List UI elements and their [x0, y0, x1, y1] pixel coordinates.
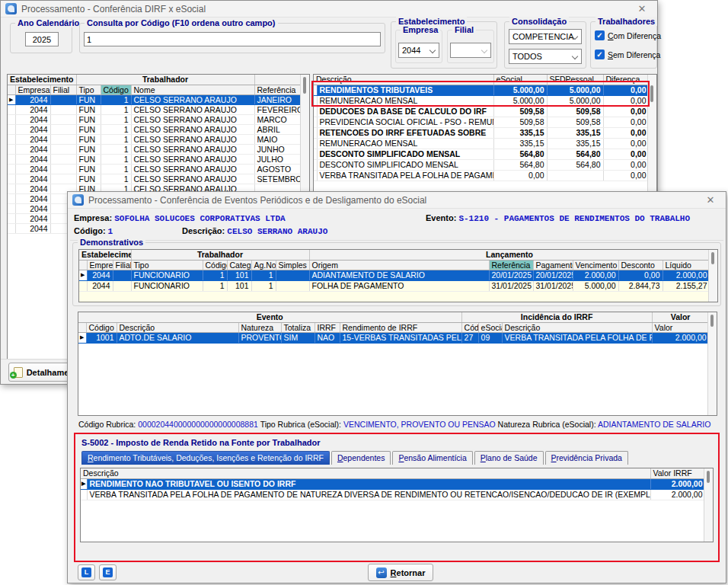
- cell: 2044: [15, 164, 50, 174]
- column-header[interactable]: Empresa: [87, 260, 113, 270]
- column-header[interactable]: Tipo: [76, 85, 101, 94]
- table-row[interactable]: 2044FUN1CELSO SERRANO ARAUJOMARCO: [8, 114, 302, 124]
- column-header[interactable]: eSocial: [478, 322, 502, 332]
- table-row[interactable]: 2044FUN1CELSO SERRANO ARAUJOJULHO: [8, 154, 302, 164]
- column-header[interactable]: IRRF: [315, 322, 340, 332]
- vertical-scrollbar[interactable]: [704, 468, 713, 542]
- column-header[interactable]: Tipo: [131, 260, 203, 270]
- table-row[interactable]: 2044FUNCIONARIO11011FOLHA DE PAGAMENTO31…: [79, 280, 710, 291]
- scrollbar-thumb[interactable]: [303, 77, 306, 94]
- cell: 509,58: [493, 106, 547, 117]
- column-header[interactable]: Líquido: [663, 260, 710, 270]
- column-header[interactable]: Simples: [276, 260, 309, 270]
- table-row[interactable]: ▶1001ADTO.DE SALARIOPROVENTOSIMNAO15-VER…: [78, 332, 709, 343]
- table-row[interactable]: VERBA TRANSITADA PELA FOLHA DE PAGAME0,0…: [314, 170, 649, 181]
- table-row[interactable]: ▶RENDIMENTO NAO TRIBUTAVEL OU ISENTO DO …: [81, 478, 705, 489]
- vertical-scrollbar[interactable]: [707, 312, 717, 415]
- column-header[interactable]: Categ.: [227, 260, 251, 270]
- table-row[interactable]: DEDUCOES DA BASE DE CALCULO DO IRF509,58…: [314, 106, 649, 117]
- column-header[interactable]: Cód.: [461, 322, 478, 332]
- column-header[interactable]: Nome: [131, 85, 254, 94]
- column-header[interactable]: Filial: [50, 85, 76, 94]
- column-header[interactable]: Código: [203, 260, 227, 270]
- row-marker: [8, 164, 15, 174]
- column-header[interactable]: Código: [86, 322, 117, 332]
- consolidacao-select[interactable]: COMPETENCIA: [509, 29, 582, 44]
- column-header[interactable]: Filial: [113, 260, 131, 270]
- table-row[interactable]: PREVIDENCIA SOCIAL OFICIAL - PSO - REMUN…: [314, 117, 649, 127]
- column-header[interactable]: Descrição: [314, 75, 493, 85]
- column-header[interactable]: Vencimento: [573, 260, 618, 270]
- column-header[interactable]: Descrição: [81, 468, 650, 478]
- table-row[interactable]: REMUNERACAO MENSAL335,15335,150,00: [314, 138, 649, 149]
- tab-dependentes[interactable]: Dependentes: [331, 451, 391, 465]
- table-row[interactable]: 2044FUN1CELSO SERRANO ARAUJOAGOSTO: [8, 164, 302, 174]
- table-row[interactable]: ▶2044FUNCIONARIO11011ADIANTAMENTO DE SAL…: [79, 270, 710, 280]
- column-header[interactable]: Descrição: [502, 322, 652, 332]
- window-eventos-periodicos: Processamento - Conferência de Eventos P…: [67, 191, 726, 583]
- column-header[interactable]: Pagamento: [533, 260, 573, 270]
- table-row[interactable]: RENDIMENTOS TRIBUTAVEIS5.000,005.000,000…: [314, 85, 649, 95]
- table-row[interactable]: 2044FUN1CELSO SERRANO ARAUJOABRIL: [8, 124, 302, 134]
- table-row[interactable]: 2044FUN1CELSO SERRANO ARAUJOFEVEREIRO: [8, 104, 302, 114]
- cell: 335,15: [547, 138, 603, 149]
- column-header[interactable]: Descrição: [117, 322, 238, 332]
- titlebar[interactable]: Processamento - Conferência DIRF x eSoci…: [1, 1, 657, 18]
- filial-select[interactable]: [450, 43, 491, 58]
- cell: DESCONTO SIMPLIFICADO MENSAL: [317, 149, 493, 159]
- cell: REMUNERACAO MENSAL: [317, 95, 493, 106]
- table-row[interactable]: VERBA TRANSITADA PELA FOLHA DE PAGAMENTO…: [81, 489, 705, 500]
- table-row[interactable]: ▶2044FUN1CELSO SERRANO ARAUJOJANEIRO: [8, 94, 302, 104]
- column-header[interactable]: SFDPessoal: [547, 75, 603, 85]
- vertical-scrollbar[interactable]: [708, 250, 717, 302]
- todos-select[interactable]: TODOS: [509, 49, 582, 64]
- com-diferenca-checkbox[interactable]: ✓ Com Diferença: [595, 30, 661, 40]
- scrollbar-thumb[interactable]: [710, 315, 714, 327]
- tab-previdencia-privada[interactable]: Previdência Privada: [545, 451, 628, 465]
- ano-input[interactable]: [25, 32, 59, 46]
- tab-rendimento-tributaveis[interactable]: Rendimento Tributáveis, Deduções, Isençõ…: [81, 451, 330, 465]
- sem-diferenca-checkbox[interactable]: ✓ Sem Diferença: [595, 50, 660, 59]
- column-header[interactable]: Diferença: [603, 75, 649, 85]
- column-header[interactable]: Rendimento de IRRF: [340, 322, 461, 332]
- table-row[interactable]: 2044FUN1CELSO SERRANO ARAUJOMAIO: [8, 134, 302, 144]
- column-header-sorted[interactable]: Referência: [489, 260, 533, 270]
- table-row[interactable]: DESCONTO SIMPLIFICADO MENSAL564,80564,80…: [314, 159, 649, 170]
- empresa-select[interactable]: 2044: [398, 43, 439, 58]
- column-header[interactable]: Valor: [652, 322, 709, 332]
- retornar-button[interactable]: ↩ Retornar: [368, 564, 433, 581]
- cell: 101: [227, 270, 251, 280]
- column-header[interactable]: Desconto: [618, 260, 663, 270]
- table-row[interactable]: REMUNERACAO MENSAL5.000,005.000,000,00: [314, 95, 649, 106]
- column-header[interactable]: Empresa: [15, 85, 50, 94]
- column-header[interactable]: Valor IRRF: [650, 468, 705, 478]
- detalhamento-button[interactable]: + Detalhame: [8, 363, 74, 382]
- column-header-sorted[interactable]: Código: [101, 85, 131, 94]
- titlebar[interactable]: Processamento - Conferência de Eventos P…: [68, 192, 726, 209]
- tab-pensao-alimenticia[interactable]: Pensão Alimentícia: [392, 451, 472, 465]
- scrollbar-thumb[interactable]: [650, 85, 653, 102]
- table-row[interactable]: 2044FUN1CELSO SERRANO ARAUJOJUNHO: [8, 144, 302, 154]
- column-header[interactable]: eSocial: [493, 75, 547, 85]
- column-header[interactable]: Ag.Noc.: [251, 260, 276, 270]
- tab-plano-de-saude[interactable]: Plano de Saúde: [474, 451, 544, 465]
- row-marker: [8, 104, 15, 114]
- cell: NAO: [315, 332, 340, 343]
- scrollbar-thumb[interactable]: [711, 252, 714, 264]
- table-row[interactable]: DESCONTO SIMPLIFICADO MENSAL564,80564,80…: [314, 149, 649, 159]
- column-header[interactable]: Natureza: [238, 322, 281, 332]
- l-button[interactable]: L: [78, 564, 95, 580]
- column-header[interactable]: Referência: [254, 85, 302, 94]
- close-icon[interactable]: ✕: [700, 194, 721, 206]
- e-button[interactable]: E: [99, 564, 117, 580]
- s5002-title: S-5002 - Imposto de Renda Retido na Font…: [81, 438, 321, 447]
- table-row[interactable]: RETENCOES DO IRRF EFETUADAS SOBRE335,153…: [314, 127, 649, 138]
- column-header[interactable]: Origem: [309, 260, 489, 270]
- cell: FOLHA DE PAGAMENTO: [309, 280, 489, 291]
- column-header[interactable]: Totaliza: [281, 322, 315, 332]
- consulta-input[interactable]: [84, 32, 381, 46]
- close-icon[interactable]: ✕: [631, 3, 653, 14]
- cell: FUN: [76, 134, 101, 144]
- scrollbar-thumb[interactable]: [707, 471, 710, 483]
- table-row[interactable]: 2044FUN1CELSO SERRANO ARAUJOSETEMBRO: [8, 174, 302, 184]
